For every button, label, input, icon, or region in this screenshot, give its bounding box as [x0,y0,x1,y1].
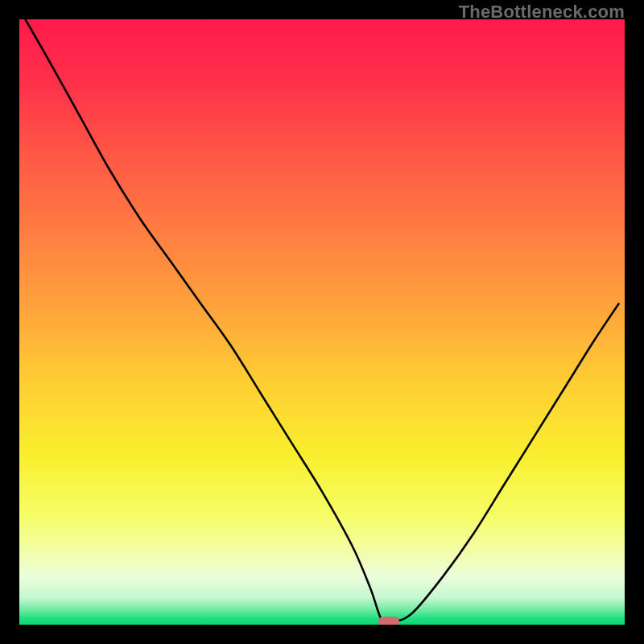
plot-area [19,19,625,625]
optimal-point-marker [378,617,399,625]
svg-rect-0 [19,19,625,625]
heat-gradient-background [19,19,625,625]
watermark-text: TheBottleneck.com [459,2,625,23]
chart-frame: TheBottleneck.com [0,0,644,644]
